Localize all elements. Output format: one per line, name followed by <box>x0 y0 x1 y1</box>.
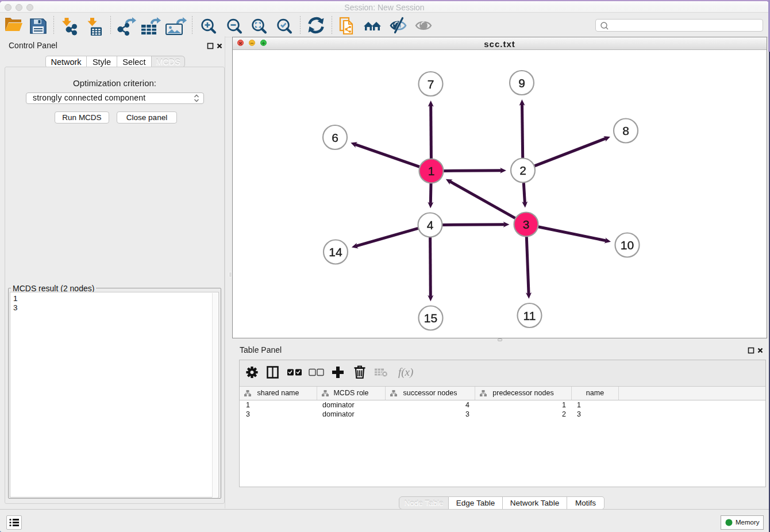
svg-text:2: 2 <box>519 164 526 177</box>
svg-text:7: 7 <box>428 78 434 91</box>
svg-text:9: 9 <box>518 76 525 90</box>
svg-text:4: 4 <box>427 218 434 232</box>
svg-text:f(x): f(x) <box>398 366 413 379</box>
svg-text:8: 8 <box>622 124 629 137</box>
svg-text:15: 15 <box>424 311 437 325</box>
svg-text:14: 14 <box>329 245 342 259</box>
svg-text:6: 6 <box>332 131 338 144</box>
svg-text:3: 3 <box>523 218 530 231</box>
svg-text:11: 11 <box>523 309 536 322</box>
svg-text:10: 10 <box>621 238 634 252</box>
svg-text:1: 1 <box>428 164 435 178</box>
